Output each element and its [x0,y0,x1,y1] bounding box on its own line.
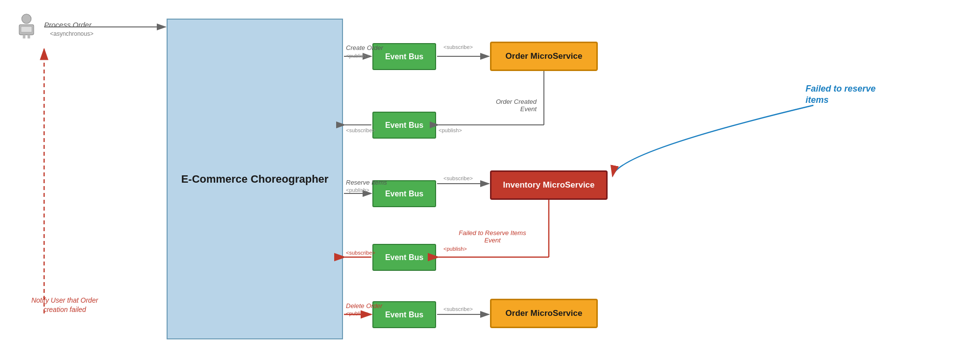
svg-rect-2 [21,26,32,32]
order-microservice-2-label: Order MicroService [506,309,583,318]
actor [14,14,39,39]
event-bus-3-label: Event Bus [385,190,423,198]
delete-order-subscribe: <subscribe> [443,306,473,312]
order-created-subscribe: <subscribe> [346,127,375,133]
event-bus-5-label: Event Bus [385,310,423,319]
order-microservice-1-label: Order MicroService [506,51,583,61]
process-order-async: <asynchronous> [50,30,94,37]
order-microservice-2: Order MicroService [490,299,598,328]
event-bus-4-label: Event Bus [385,253,423,262]
inventory-microservice: Inventory MicroService [490,170,608,200]
choreographer-box: E-Commerce Choreographer [167,19,343,339]
event-bus-2: Event Bus [372,112,436,139]
order-microservice-1: Order MicroService [490,42,598,71]
inventory-microservice-label: Inventory MicroService [503,180,594,190]
failed-reserve-subscribe: <subscribe> [346,250,375,256]
order-created-event-label: Order CreatedEvent [439,98,537,113]
create-order-subscribe: <subscribe> [443,44,473,50]
order-created-publish: <publish> [439,127,462,133]
reserve-subscribe: <subscribe> [443,175,473,181]
reserve-items-publish: <publish> [346,187,369,193]
choreographer-label: E-Commerce Choreographer [181,173,329,186]
notify-user-label: Notify User that Order creation failed [25,296,104,315]
failed-annotation: Failed to reserve items [806,83,884,106]
create-order-publish: <publish> [346,53,369,59]
delete-order-publish: <publish> [346,310,369,316]
event-bus-2-label: Event Bus [385,121,423,130]
svg-rect-3 [23,35,25,38]
process-order-label: Process Order [44,21,92,29]
event-bus-1-label: Event Bus [385,52,423,61]
diagram-container: Process Order <asynchronous> E-Commerce … [0,0,980,358]
create-order-label: Create Order [346,44,383,51]
delete-order-label: Delete Order [346,302,382,310]
failed-reserve-publish: <publish> [443,246,467,252]
svg-point-0 [22,14,31,24]
event-bus-4: Event Bus [372,244,436,271]
svg-rect-4 [27,35,30,38]
reserve-items-label: Reserve Items [346,179,387,186]
failed-reserve-label: Failed to Reserve ItemsEvent [443,229,541,244]
